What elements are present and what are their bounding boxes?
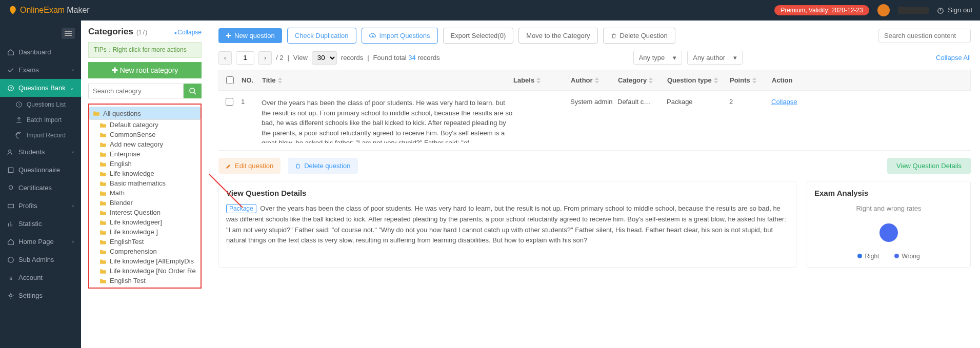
category-item[interactable]: Basic mathematics: [89, 178, 201, 188]
delete-question-row-button[interactable]: Delete question: [288, 158, 357, 174]
next-page-button[interactable]: ›: [258, 51, 272, 65]
category-item[interactable]: Life knowledge ]: [89, 227, 201, 237]
legend-right: Right: [857, 253, 879, 260]
import-questions-button[interactable]: Import Questions: [362, 28, 438, 44]
new-question-button[interactable]: ✚New question: [218, 28, 282, 43]
category-item[interactable]: EnglishTest: [89, 237, 201, 247]
row-collapse-link[interactable]: Collapse: [771, 98, 797, 106]
categories-count: (17): [136, 29, 147, 36]
chevron-down-icon: ▾: [733, 54, 737, 62]
folder-icon: [99, 249, 107, 255]
nav-students[interactable]: Students‹: [0, 143, 81, 161]
details-body: Over the years has been the class of poo…: [226, 204, 786, 244]
row-no: 1: [241, 98, 262, 106]
chevron-left-icon: ‹: [72, 239, 74, 244]
author-filter-dropdown[interactable]: Any author▾: [687, 51, 743, 65]
col-qtype[interactable]: Question type: [667, 76, 730, 84]
category-search-button[interactable]: [184, 84, 202, 98]
brand-logo[interactable]: OnlineExamMaker: [8, 5, 90, 15]
col-author[interactable]: Author: [571, 76, 618, 84]
category-item[interactable]: Interest Question: [89, 208, 201, 217]
svg-point-34: [879, 223, 898, 242]
category-item[interactable]: Default category: [89, 120, 201, 130]
delete-question-button[interactable]: Delete Question: [603, 28, 675, 44]
select-all-checkbox[interactable]: [226, 76, 234, 84]
category-item[interactable]: Life knowledge: [89, 169, 201, 178]
nav-profits[interactable]: Profits‹: [0, 197, 81, 215]
row-checkbox[interactable]: [226, 98, 233, 106]
category-item[interactable]: Add new category: [89, 139, 201, 149]
col-title[interactable]: Title: [262, 76, 513, 84]
svg-marker-26: [595, 77, 599, 80]
col-points[interactable]: Points: [730, 76, 772, 84]
collapse-all-link[interactable]: Collapse All: [936, 54, 971, 62]
category-item[interactable]: Blender: [89, 198, 201, 208]
sign-out-button[interactable]: Sign out: [937, 6, 972, 14]
nav-statistic[interactable]: Statistic: [0, 215, 81, 233]
nav-certificates[interactable]: Certificates: [0, 179, 81, 197]
brand-text-1: OnlineExam: [20, 6, 65, 15]
sidebar-toggle[interactable]: [62, 28, 75, 39]
nav-account[interactable]: $Account: [0, 269, 81, 286]
category-search-input[interactable]: [88, 84, 184, 98]
pie-chart: [878, 222, 899, 243]
sort-icon: [536, 77, 541, 84]
dot-icon: [857, 254, 862, 258]
new-root-category-button[interactable]: ✚New root category: [88, 62, 202, 78]
folder-icon: [99, 180, 107, 187]
category-item[interactable]: Comprehension: [89, 247, 201, 256]
per-page-select[interactable]: 30: [312, 51, 337, 65]
categories-collapse-link[interactable]: Collapse: [174, 29, 202, 36]
dot-icon: [894, 254, 899, 258]
category-item[interactable]: All questions: [89, 107, 201, 120]
category-item[interactable]: Life knowledgeer]: [89, 217, 201, 227]
move-category-button[interactable]: Move to the Category: [518, 28, 597, 44]
category-item[interactable]: Life knowledge [No Order Re: [89, 266, 201, 276]
prev-page-button[interactable]: ‹: [218, 51, 232, 65]
category-item[interactable]: CommonSense: [89, 130, 201, 139]
svg-point-16: [190, 88, 194, 93]
category-item[interactable]: Enterprise: [89, 149, 201, 159]
edit-question-button[interactable]: Edit question: [218, 158, 281, 174]
form-icon: [7, 167, 14, 174]
export-selected-button[interactable]: Export Selected(0): [443, 28, 514, 44]
nav-sub-questions-list[interactable]: ?Questions List: [0, 97, 81, 112]
view-details-button[interactable]: View Question Details: [887, 158, 971, 174]
folder-icon: [99, 229, 107, 235]
svg-text:?: ?: [10, 86, 12, 90]
pager-row: ‹ › / 2 | View 30 records | Found total …: [218, 51, 971, 65]
refresh-icon: [15, 132, 23, 139]
nav-sub-admins[interactable]: Sub Admins: [0, 251, 81, 269]
user-name: [898, 7, 929, 14]
nav-questionnaire[interactable]: Questionnaire: [0, 161, 81, 179]
nav-questions-bank[interactable]: ?Questions Bank⌄: [0, 79, 81, 97]
category-item[interactable]: English Test: [89, 276, 201, 285]
nav-sub-import-record[interactable]: Import Record: [0, 128, 81, 143]
col-category[interactable]: Category: [618, 76, 667, 84]
col-labels[interactable]: Labels: [513, 76, 571, 84]
svg-marker-31: [714, 81, 718, 84]
nav-exams[interactable]: Exams‹: [0, 61, 81, 79]
toolbar: ✚New question Check Duplication Import Q…: [218, 28, 971, 44]
nav-home-page[interactable]: Home Page‹: [0, 233, 81, 251]
categories-title: Categories: [88, 27, 133, 37]
legend-wrong: Wrong: [894, 253, 919, 260]
question-search-input[interactable]: [884, 32, 970, 39]
category-item[interactable]: Math: [89, 188, 201, 198]
page-input[interactable]: [236, 51, 254, 65]
question-search: [878, 29, 971, 43]
search-icon: [189, 87, 197, 95]
category-item[interactable]: English: [89, 159, 201, 169]
power-icon: [937, 7, 944, 14]
category-item[interactable]: Life knowledge [AllEmptyDis: [89, 256, 201, 266]
check-duplication-button[interactable]: Check Duplication: [287, 28, 356, 44]
nav-settings[interactable]: Settings: [0, 286, 81, 304]
sort-icon: [649, 77, 653, 84]
svg-point-11: [9, 186, 13, 189]
nav-dashboard[interactable]: Dashboard: [0, 43, 81, 61]
nav-sub-batch-import[interactable]: Batch Import: [0, 112, 81, 128]
folder-icon: [99, 171, 107, 177]
type-filter-dropdown[interactable]: Any type▾: [633, 51, 683, 65]
gear-icon: [7, 292, 14, 299]
user-avatar[interactable]: [877, 4, 890, 16]
